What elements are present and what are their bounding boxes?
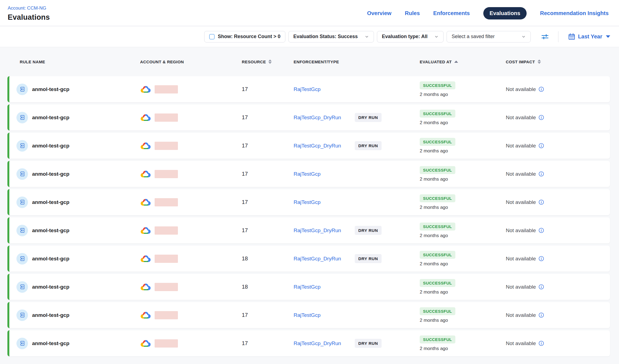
enforcement-link[interactable]: RajTestGcp [294, 284, 355, 290]
date-range-label: Last Year [578, 33, 602, 40]
rule-name: anmol-test-gcp [32, 312, 69, 318]
resource-count-filter[interactable]: Show: Resource Count > 0 [204, 31, 285, 42]
enforcement-link[interactable]: RajTestGcp_DryRun [294, 256, 355, 262]
evaluated-time: 2 months ago [420, 205, 506, 210]
calendar-icon [568, 33, 575, 40]
enforcement-link[interactable]: RajTestGcp [294, 312, 355, 318]
enforcement-link[interactable]: RajTestGcp [294, 171, 355, 177]
evaluation-type-dropdown[interactable]: Evaluation type: All [377, 31, 444, 42]
info-icon[interactable] [538, 256, 544, 261]
cost-impact-value: Not available [506, 340, 536, 346]
info-icon[interactable] [538, 143, 544, 149]
rule-avatar [16, 112, 28, 123]
account-breadcrumb-link[interactable]: Account: CCM-NG [8, 5, 50, 11]
caret-down-icon [606, 35, 610, 38]
sort-icon[interactable] [268, 59, 272, 64]
tab-overview[interactable]: Overview [367, 10, 391, 16]
tab-recommendation-insights[interactable]: Recommendation Insights [540, 10, 609, 16]
gcp-cloud-icon [140, 226, 151, 235]
saved-filter-placeholder: Select a saved filter [452, 34, 495, 39]
cost-impact-value: Not available [506, 284, 536, 290]
tab-rules[interactable]: Rules [405, 10, 420, 16]
resource-count-label: Show: Resource Count > 0 [218, 34, 280, 39]
column-cost-impact[interactable]: COST IMPACT [506, 59, 610, 64]
chevron-down-icon [434, 35, 439, 39]
filter-toolbar: Show: Resource Count > 0 Evaluation Stat… [0, 26, 619, 47]
info-icon[interactable] [538, 284, 544, 290]
gcp-cloud-icon [140, 311, 151, 319]
resource-count: 18 [242, 284, 294, 290]
saved-filter-dropdown[interactable]: Select a saved filter [447, 31, 531, 42]
resource-count: 17 [242, 227, 294, 234]
filter-settings-button[interactable] [541, 33, 549, 41]
table-row[interactable]: anmol-test-gcp 17 RajTestGcp SUCCESSFUL … [7, 302, 610, 328]
rule-avatar [16, 225, 28, 236]
rule-name: anmol-test-gcp [32, 86, 69, 92]
gcp-cloud-icon [140, 254, 151, 263]
info-icon[interactable] [538, 312, 544, 318]
column-enforcement-type: ENFORCEMENT/TYPE [294, 59, 420, 64]
dry-run-badge: DRY RUN [355, 141, 382, 150]
enforcement-link[interactable]: RajTestGcp_DryRun [294, 115, 355, 121]
evaluated-time: 2 months ago [420, 346, 506, 351]
rule-avatar [16, 253, 28, 265]
status-badge: SUCCESSFUL [420, 223, 455, 231]
table-row[interactable]: anmol-test-gcp 17 RajTestGcp SUCCESSFUL … [7, 161, 610, 187]
resource-count: 17 [242, 114, 294, 121]
sort-ascending-icon[interactable] [454, 61, 458, 63]
dry-run-badge: DRY RUN [355, 254, 382, 263]
table-row[interactable]: anmol-test-gcp 18 RajTestGcp SUCCESSFUL … [7, 274, 610, 300]
enforcement-link[interactable]: RajTestGcp [294, 199, 355, 205]
cost-impact-value: Not available [506, 256, 536, 262]
resource-count-checkbox[interactable] [209, 34, 215, 39]
resource-count: 17 [242, 312, 294, 318]
page-title: Evaluations [8, 13, 50, 22]
info-icon[interactable] [538, 228, 544, 233]
dry-run-badge: DRY RUN [355, 226, 382, 235]
info-icon[interactable] [538, 115, 544, 120]
table-row[interactable]: anmol-test-gcp 17 RajTestGcp SUCCESSFUL … [7, 76, 610, 102]
date-range-picker[interactable]: Last Year [568, 33, 610, 40]
table-row[interactable]: anmol-test-gcp 17 RajTestGcp_DryRun DRY … [7, 104, 610, 130]
info-icon[interactable] [538, 340, 544, 346]
enforcement-link[interactable]: RajTestGcp [294, 86, 355, 92]
enforcement-link[interactable]: RajTestGcp_DryRun [294, 228, 355, 234]
enforcement-link[interactable]: RajTestGcp_DryRun [294, 340, 355, 346]
rule-avatar [16, 140, 28, 152]
rule-name: anmol-test-gcp [32, 284, 69, 290]
enforcement-link[interactable]: RajTestGcp_DryRun [294, 143, 355, 149]
column-evaluated-at[interactable]: EVALUATED AT [420, 59, 506, 64]
table-row[interactable]: anmol-test-gcp 17 RajTestGcp_DryRun DRY … [7, 133, 610, 159]
evaluated-time: 2 months ago [420, 289, 506, 295]
chevron-down-icon [521, 35, 526, 39]
status-badge: SUCCESSFUL [420, 166, 455, 174]
info-icon[interactable] [538, 86, 544, 92]
cost-impact-value: Not available [506, 228, 536, 234]
evaluation-status-dropdown[interactable]: Evaluation Status: Success [288, 31, 374, 42]
table-row[interactable]: anmol-test-gcp 17 RajTestGcp SUCCESSFUL … [7, 189, 610, 215]
rule-name: anmol-test-gcp [32, 171, 69, 177]
evaluated-time: 2 months ago [420, 92, 506, 97]
info-icon[interactable] [538, 171, 544, 177]
rule-avatar [16, 338, 28, 349]
gcp-cloud-icon [140, 113, 151, 122]
table-row[interactable]: anmol-test-gcp 17 RajTestGcp_DryRun DRY … [7, 217, 610, 243]
redacted-account-id [155, 283, 178, 291]
column-account-region: ACCOUNT & REGION [140, 59, 242, 64]
header-title-block: Account: CCM-NG Evaluations [0, 0, 50, 22]
column-resource[interactable]: RESOURCE [242, 59, 294, 64]
table-row[interactable]: anmol-test-gcp 18 RajTestGcp_DryRun DRY … [7, 246, 610, 272]
rule-script-icon [19, 143, 25, 149]
table-row[interactable]: anmol-test-gcp 17 RajTestGcp_DryRun DRY … [7, 330, 610, 356]
gcp-cloud-icon [140, 283, 151, 291]
sort-icon[interactable] [538, 59, 541, 64]
table-header-row: RULE NAME ACCOUNT & REGION RESOURCE ENFO… [7, 47, 610, 76]
evaluations-table: RULE NAME ACCOUNT & REGION RESOURCE ENFO… [0, 47, 619, 364]
status-badge: SUCCESSFUL [420, 307, 455, 315]
tab-evaluations[interactable]: Evaluations [483, 7, 527, 19]
top-nav: Overview Rules Enforcements Evaluations … [367, 0, 619, 26]
gcp-cloud-icon [140, 85, 151, 93]
info-icon[interactable] [538, 199, 544, 205]
rule-script-icon [19, 284, 25, 290]
tab-enforcements[interactable]: Enforcements [433, 10, 470, 16]
